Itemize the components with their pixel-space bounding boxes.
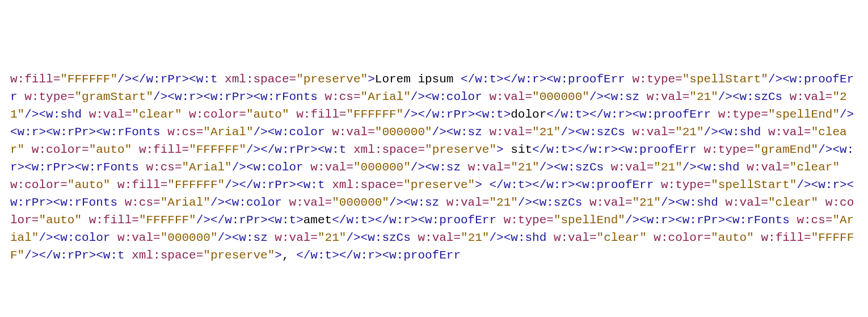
- token-punct: =: [196, 126, 204, 139]
- token-attrval: "clear": [790, 161, 840, 174]
- token-attrname: w:val: [275, 231, 310, 244]
- token-attrname: w:cs: [146, 161, 174, 174]
- token-attrname: w:cs: [167, 126, 196, 139]
- token-tag: /><w:shd: [704, 126, 761, 139]
- token-punct: =: [782, 161, 790, 174]
- token-attrname: w:cs: [797, 214, 825, 227]
- token-attrval: "auto": [711, 231, 754, 244]
- token-tag: /><w:r><w:rPr><w:rFonts: [153, 90, 318, 103]
- token-attrval: "FFFFFF": [167, 178, 225, 191]
- token-attrname: w:val: [310, 161, 346, 174]
- token-txt: [582, 196, 589, 209]
- token-txt: [82, 108, 89, 121]
- token-tag: </w:t></w:r><w:proofErr: [296, 249, 461, 262]
- token-txt: [625, 73, 633, 86]
- token-punct: =: [747, 143, 754, 156]
- token-punct: =: [353, 90, 361, 103]
- token-tag: /></w:rPr><w:t: [246, 143, 346, 156]
- token-punct: =: [132, 214, 139, 227]
- token-txt: amet: [304, 214, 332, 227]
- token-txt: [218, 73, 225, 86]
- token-tag: </w:t></w:r><w:proofErr: [546, 108, 711, 121]
- token-attrval: "preserve": [425, 143, 496, 156]
- token-attrval: "21": [654, 161, 682, 174]
- token-attrval: "21": [689, 90, 718, 103]
- token-attrval: "auto": [39, 214, 82, 227]
- token-attrval: "auto": [68, 178, 111, 191]
- token-txt: sit: [504, 143, 532, 156]
- token-txt: [346, 143, 353, 156]
- token-tag: /></w:rPr><w:t: [24, 249, 124, 262]
- token-punct: =: [825, 214, 833, 227]
- token-punct: =: [153, 231, 161, 244]
- token-attrname: w:val: [554, 231, 589, 244]
- token-attrval: "clear": [597, 231, 647, 244]
- token-attrval: "FFFFFF": [346, 108, 403, 121]
- token-tag: >: [475, 178, 482, 191]
- token-txt: [496, 214, 504, 227]
- token-txt: ,: [282, 249, 296, 262]
- token-punct: =: [804, 126, 811, 139]
- token-txt: [461, 249, 468, 262]
- token-attrname: w:type: [632, 73, 675, 86]
- token-attrval: "preserve": [403, 178, 475, 191]
- token-txt: [647, 231, 654, 244]
- token-attrname: w:val: [768, 126, 804, 139]
- token-txt: [790, 214, 797, 227]
- token-tag: /><w:color: [39, 231, 110, 244]
- token-tag: /></w:rPr><w:t>: [403, 108, 511, 121]
- token-txt: [461, 161, 468, 174]
- token-tag: /><w:color: [254, 126, 325, 139]
- token-attrval: "21": [633, 196, 661, 209]
- token-attrname: w:type: [24, 90, 68, 103]
- token-attrname: w:fill: [10, 73, 53, 86]
- token-attrval: "FFFFFF": [189, 143, 246, 156]
- token-attrval: "21": [532, 126, 561, 139]
- token-txt: [325, 126, 332, 139]
- token-attrname: w:val: [633, 126, 668, 139]
- token-txt: [117, 196, 125, 209]
- token-punct: =: [175, 161, 182, 174]
- token-attrname: w:color: [654, 231, 703, 244]
- token-attrval: "21": [461, 231, 489, 244]
- token-attrname: w:val: [332, 126, 368, 139]
- token-attrname: w:val: [790, 90, 825, 103]
- token-punct: =: [339, 108, 347, 121]
- token-punct: =: [675, 73, 682, 86]
- token-txt: [711, 108, 718, 121]
- token-attrname: w:color: [189, 108, 239, 121]
- token-attrname: w:color: [10, 178, 60, 191]
- token-attrval: "000000": [161, 231, 218, 244]
- token-tag: /><w:color: [232, 161, 304, 174]
- token-tag: </w:t></w:r><w:proofErr: [332, 214, 496, 227]
- token-attrval: "Arial": [161, 196, 210, 209]
- token-txt: [268, 231, 275, 244]
- token-attrval: "clear": [768, 196, 818, 209]
- token-punct: =: [239, 108, 246, 121]
- token-punct: =: [53, 73, 61, 86]
- token-txt: [439, 196, 446, 209]
- token-attrval: "21": [511, 161, 539, 174]
- token-attrval: "FFFFFF": [139, 214, 196, 227]
- token-tag: >: [275, 249, 282, 262]
- token-punct: =: [397, 178, 404, 191]
- token-attrname: w:val: [89, 108, 125, 121]
- token-attrval: "gramStart": [74, 90, 153, 103]
- token-attrname: xml:space: [332, 178, 396, 191]
- token-attrname: w:val: [489, 126, 525, 139]
- token-punct: =: [525, 126, 532, 139]
- token-punct: =: [589, 231, 597, 244]
- token-txt: [182, 108, 189, 121]
- token-punct: =: [504, 161, 511, 174]
- token-txt: [740, 161, 747, 174]
- token-txt: [411, 231, 418, 244]
- token-tag: /><w:szCs: [561, 126, 625, 139]
- token-punct: =: [704, 231, 711, 244]
- token-attrname: w:type: [504, 214, 547, 227]
- token-txt: [482, 126, 490, 139]
- token-txt: [639, 90, 647, 103]
- token-punct: =: [482, 196, 490, 209]
- token-attrname: w:cs: [325, 90, 353, 103]
- token-punct: =: [32, 214, 39, 227]
- token-punct: =: [368, 126, 375, 139]
